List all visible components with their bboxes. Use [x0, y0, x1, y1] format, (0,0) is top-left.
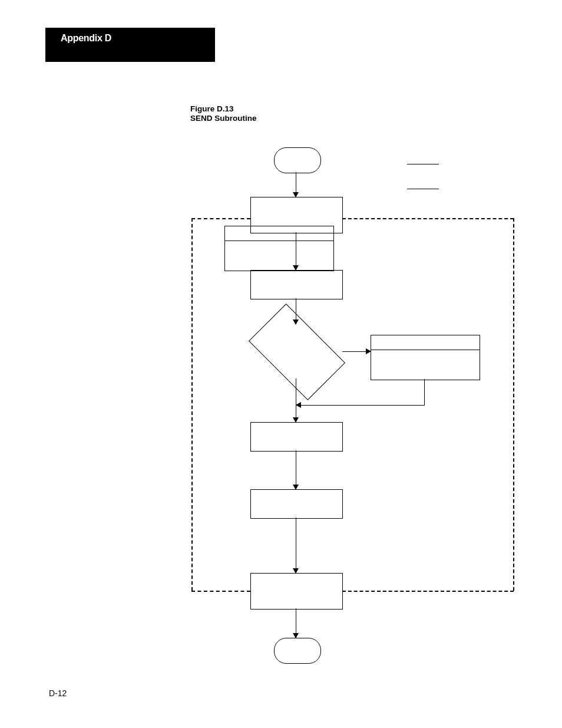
header-block: Appendix D Detailed Flowcharts: [45, 28, 215, 62]
arrowhead-down-icon: [293, 417, 299, 423]
appendix-title: Appendix D: [61, 33, 200, 44]
figure-name: SEND Subroutine: [190, 114, 257, 123]
arrowhead-down-icon: [293, 319, 299, 325]
dashed-border: [191, 591, 250, 592]
terminator-end: [274, 638, 321, 664]
figure-label: Figure D.13: [190, 104, 234, 113]
process-5: [250, 573, 343, 610]
decision-1: [249, 304, 345, 400]
arrowhead-down-icon: [293, 568, 299, 574]
process-1: [250, 197, 343, 233]
terminator-start: [274, 147, 321, 173]
dashed-border: [342, 591, 514, 592]
page-number: D-12: [49, 689, 67, 698]
legend-line-2: [407, 189, 439, 189]
arrowhead-down-icon: [293, 265, 299, 271]
subroutine-1: [371, 335, 480, 380]
dashed-border: [191, 218, 250, 219]
process-4: [250, 489, 343, 519]
connector: [296, 378, 296, 422]
dashed-border: [342, 218, 514, 219]
arrowhead-down-icon: [293, 633, 299, 638]
connector: [424, 379, 425, 405]
arrowhead-down-icon: [293, 485, 299, 490]
arrowhead-left-icon: [296, 402, 301, 408]
connector: [296, 232, 296, 270]
dashed-border: [513, 218, 514, 591]
arrowhead-right-icon: [366, 348, 371, 354]
flowchart: [191, 136, 527, 684]
dashed-border: [191, 218, 193, 591]
legend-line-1: [407, 164, 439, 164]
arrowhead-down-icon: [293, 192, 299, 197]
figure-caption: Figure D.13 SEND Subroutine: [190, 104, 257, 123]
connector: [296, 405, 425, 406]
connector: [296, 450, 296, 489]
process-2: [250, 270, 343, 299]
process-3: [250, 422, 343, 452]
connector: [296, 518, 296, 573]
page: Appendix D Detailed Flowcharts Figure D.…: [0, 0, 562, 728]
